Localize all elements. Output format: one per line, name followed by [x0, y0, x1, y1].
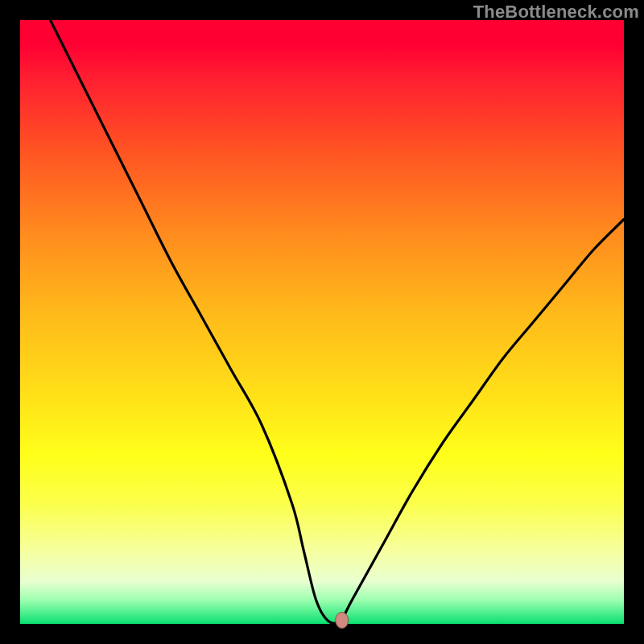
chart-svg: [20, 20, 624, 624]
curve-path: [51, 20, 625, 624]
plot-area: [20, 20, 624, 624]
marker-dot: [336, 613, 349, 629]
chart-frame: TheBottleneck.com: [0, 0, 644, 644]
